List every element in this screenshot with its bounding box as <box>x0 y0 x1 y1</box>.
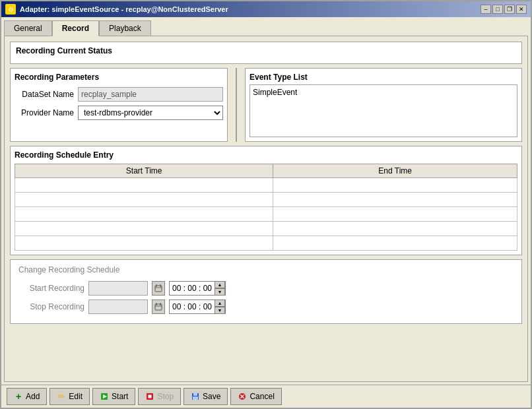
dataset-name-label: DataSet Name <box>15 90 74 99</box>
table-row <box>15 236 517 251</box>
cancel-icon <box>238 392 247 401</box>
schedule-table: Start Time End Time <box>15 164 517 251</box>
event-type-title: Event Type List <box>249 73 517 82</box>
calendar-icon <box>154 303 162 311</box>
edit-button[interactable]: ✏ Edit <box>50 388 90 405</box>
start-time-spinners: ▲ ▼ <box>215 281 225 296</box>
dataset-name-row: DataSet Name <box>15 87 223 102</box>
params-event-row: Recording Parameters DataSet Name Provid… <box>10 68 522 142</box>
content-area: General Record Playback Recording Curren… <box>1 17 531 385</box>
window-title: Adapter: simpleEventSource - recplay@Non… <box>20 5 228 13</box>
table-row <box>15 193 517 207</box>
table-row <box>15 207 517 222</box>
title-buttons: – □ ❐ ✕ <box>481 5 527 14</box>
main-panel: Recording Current Status Recording Param… <box>4 36 528 382</box>
recording-parameters-section: Recording Parameters DataSet Name Provid… <box>10 68 228 142</box>
col-start-time: Start Time <box>15 164 273 178</box>
start-icon <box>100 392 109 401</box>
stop-recording-label: Stop Recording <box>18 302 84 311</box>
table-row <box>15 222 517 236</box>
start-time-up-button[interactable]: ▲ <box>215 281 225 288</box>
change-schedule-title: Change Recording Schedule <box>18 265 514 274</box>
col-end-time: End Time <box>273 164 517 178</box>
provider-name-label: Provider Name <box>15 108 74 117</box>
start-recording-label: Start Recording <box>18 284 84 293</box>
main-window: ⚙ Adapter: simpleEventSource - recplay@N… <box>0 0 532 409</box>
tab-record[interactable]: Record <box>52 20 99 36</box>
calendar-icon <box>154 284 162 292</box>
stop-time-down-button[interactable]: ▼ <box>215 307 225 314</box>
dataset-name-input[interactable] <box>78 87 223 102</box>
tab-general[interactable]: General <box>4 20 52 36</box>
start-label: Start <box>112 392 128 401</box>
title-bar-left: ⚙ Adapter: simpleEventSource - recplay@N… <box>5 4 228 15</box>
add-button[interactable]: + Add <box>7 388 47 405</box>
stop-time-field-group: ▲ ▼ <box>169 299 226 314</box>
maximize-button[interactable]: □ <box>492 5 503 14</box>
start-button[interactable]: Start <box>92 388 135 405</box>
cancel-label: Cancel <box>249 392 274 401</box>
add-label: Add <box>26 392 40 401</box>
change-schedule-section: Change Recording Schedule Start Recordin… <box>10 259 522 324</box>
table-row <box>15 178 517 193</box>
stop-time-up-button[interactable]: ▲ <box>215 299 225 307</box>
tab-playback[interactable]: Playback <box>99 20 151 36</box>
save-button[interactable]: Save <box>183 388 228 405</box>
provider-name-select-wrapper: test-rdbms-provider <box>78 106 223 120</box>
start-date-input[interactable] <box>88 281 148 296</box>
tab-bar: General Record Playback <box>4 20 528 36</box>
provider-name-select[interactable]: test-rdbms-provider <box>79 106 222 119</box>
bottom-toolbar: + Add ✏ Edit Start Stop <box>1 385 531 408</box>
restore-button[interactable]: ❐ <box>504 5 515 14</box>
cancel-button[interactable]: Cancel <box>230 388 281 405</box>
start-time-input[interactable] <box>170 282 215 294</box>
stop-button[interactable]: Stop <box>138 388 181 405</box>
stop-date-input[interactable] <box>88 299 148 314</box>
close-button[interactable]: ✕ <box>516 5 527 14</box>
minimize-button[interactable]: – <box>481 5 491 14</box>
stop-label: Stop <box>157 392 174 401</box>
stop-icon <box>145 392 154 401</box>
edit-icon: ✏ <box>57 392 66 401</box>
svg-rect-14 <box>193 396 198 400</box>
event-type-section: Event Type List SimpleEvent <box>245 68 522 142</box>
start-time-down-button[interactable]: ▼ <box>215 288 225 296</box>
stop-date-picker-button[interactable] <box>152 299 165 314</box>
start-date-picker-button[interactable] <box>152 281 165 296</box>
schedule-section: Recording Schedule Entry Start Time End … <box>10 146 522 255</box>
stop-recording-row: Stop Recording ▲ <box>18 299 514 314</box>
title-bar: ⚙ Adapter: simpleEventSource - recplay@N… <box>1 1 531 17</box>
edit-label: Edit <box>69 392 83 401</box>
app-icon: ⚙ <box>5 4 16 15</box>
recording-parameters-title: Recording Parameters <box>15 73 223 82</box>
recording-status-title: Recording Current Status <box>16 46 516 55</box>
stop-time-input[interactable] <box>170 301 215 313</box>
start-time-field-group: ▲ ▼ <box>169 281 226 296</box>
schedule-title: Recording Schedule Entry <box>15 150 517 160</box>
provider-name-row: Provider Name test-rdbms-provider <box>15 106 223 120</box>
save-label: Save <box>203 392 220 401</box>
stop-time-spinners: ▲ ▼ <box>215 299 225 314</box>
svg-rect-11 <box>149 395 152 398</box>
event-type-item[interactable]: SimpleEvent <box>253 88 514 97</box>
save-icon <box>191 392 200 401</box>
event-type-list: SimpleEvent <box>249 84 517 137</box>
recording-current-status-section: Recording Current Status <box>10 42 522 64</box>
section-divider <box>236 68 237 142</box>
svg-rect-13 <box>193 393 197 396</box>
start-recording-row: Start Recording ▲ <box>18 281 514 296</box>
add-icon: + <box>14 392 23 401</box>
